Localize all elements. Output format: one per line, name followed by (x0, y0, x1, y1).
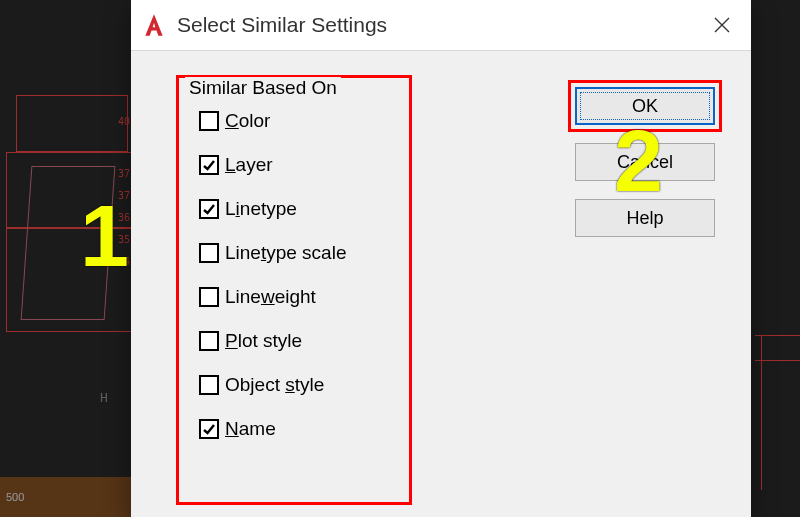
criteria-checkbox-3[interactable] (199, 243, 219, 263)
dialog-title: Select Similar Settings (177, 13, 387, 37)
criteria-label: Object style (225, 374, 324, 396)
criteria-label: Lineweight (225, 286, 316, 308)
criteria-checkbox-1[interactable] (199, 155, 219, 175)
criteria-row: Layer (199, 154, 403, 176)
ok-button[interactable]: OK (575, 87, 715, 125)
criteria-checkbox-5[interactable] (199, 331, 219, 351)
criteria-label: Plot style (225, 330, 302, 352)
criteria-label: Linetype scale (225, 242, 346, 264)
criteria-label: Linetype (225, 198, 297, 220)
group-legend: Similar Based On (185, 77, 341, 99)
criteria-row: Name (199, 418, 403, 440)
cancel-button[interactable]: Cancel (575, 143, 715, 181)
criteria-checkbox-2[interactable] (199, 199, 219, 219)
criteria-checkbox-6[interactable] (199, 375, 219, 395)
help-button[interactable]: Help (575, 199, 715, 237)
criteria-row: Color (199, 110, 403, 132)
autocad-icon (141, 12, 167, 38)
criteria-label: Layer (225, 154, 273, 176)
criteria-row: Lineweight (199, 286, 403, 308)
criteria-checkbox-4[interactable] (199, 287, 219, 307)
criteria-row: Linetype (199, 198, 403, 220)
close-button[interactable] (693, 0, 751, 50)
criteria-row: Plot style (199, 330, 403, 352)
titlebar: Select Similar Settings (131, 0, 751, 51)
similar-based-on-group: Similar Based On ColorLayerLinetypeLinet… (176, 75, 412, 505)
criteria-checkbox-0[interactable] (199, 111, 219, 131)
select-similar-settings-dialog: Select Similar Settings Similar Based On… (131, 0, 751, 517)
criteria-label: Name (225, 418, 276, 440)
criteria-row: Linetype scale (199, 242, 403, 264)
criteria-label: Color (225, 110, 270, 132)
criteria-row: Object style (199, 374, 403, 396)
criteria-checkbox-7[interactable] (199, 419, 219, 439)
